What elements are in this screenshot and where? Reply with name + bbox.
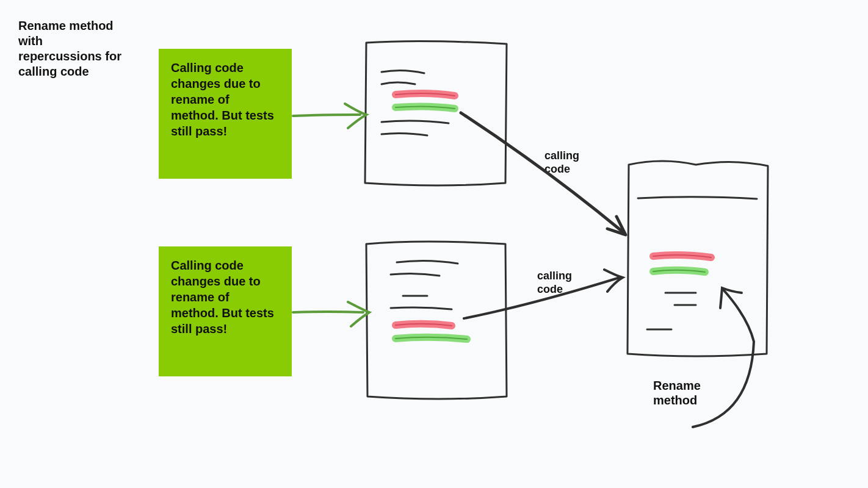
callout-box-2: Calling code changes due to rename of me… — [159, 246, 292, 376]
arrow-doc1-to-target — [461, 113, 626, 235]
arrow-label-calling-code-1: calling code — [544, 149, 593, 176]
sketch-overlay — [0, 0, 868, 488]
document-sketch-target — [627, 161, 768, 356]
target-label-rename-method: Rename method — [653, 378, 726, 407]
document-sketch-1 — [365, 41, 507, 185]
diagram-title: Rename method with repercussions for cal… — [18, 18, 128, 79]
callout-box-2-text: Calling code changes due to rename of me… — [171, 259, 274, 336]
document-sketch-2 — [366, 242, 507, 399]
arrow-label-calling-code-2: calling code — [537, 270, 586, 296]
arrow-greenbox1-to-doc1 — [293, 104, 366, 128]
diagram-canvas: Rename method with repercussions for cal… — [0, 0, 868, 488]
arrow-greenbox2-to-doc2 — [293, 302, 369, 326]
callout-box-1-text: Calling code changes due to rename of me… — [171, 61, 274, 138]
callout-box-1: Calling code changes due to rename of me… — [159, 49, 292, 179]
